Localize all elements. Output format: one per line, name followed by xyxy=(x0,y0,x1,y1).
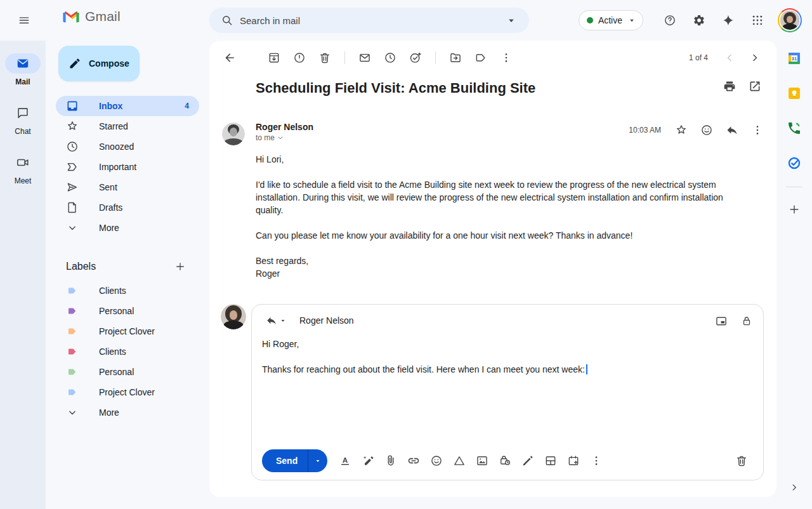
insert-photo-button[interactable] xyxy=(471,449,494,472)
sidebar-item-snoozed[interactable]: Snoozed xyxy=(56,136,199,157)
labels-more[interactable]: More xyxy=(56,402,199,423)
sidebar-item-drafts[interactable]: Drafts xyxy=(56,197,199,218)
send-label[interactable]: Send xyxy=(262,449,308,472)
search-button[interactable] xyxy=(214,8,240,33)
calendar-panel-button[interactable]: 31 xyxy=(782,46,807,71)
archive-button[interactable] xyxy=(261,48,287,68)
popout-reply-button[interactable] xyxy=(711,311,731,331)
pagination-label: 1 of 4 xyxy=(689,53,708,62)
link-icon xyxy=(407,454,420,467)
account-avatar[interactable] xyxy=(778,8,802,32)
sidebar-item-starred[interactable]: Starred xyxy=(56,116,199,136)
message-more-button[interactable] xyxy=(745,120,770,140)
label-tag-icon xyxy=(67,326,78,337)
status-selector[interactable]: Active xyxy=(579,10,643,30)
sidebar-item-inbox[interactable]: Inbox 4 xyxy=(56,96,199,116)
print-button[interactable] xyxy=(717,76,742,96)
meet-rail-pill[interactable] xyxy=(5,152,41,173)
search-input[interactable] xyxy=(240,15,499,26)
open-in-new-button[interactable] xyxy=(742,76,768,96)
star-button[interactable] xyxy=(669,120,694,140)
reply-composer[interactable]: Roger Nelson Hi Roger, Thanks for reachi… xyxy=(251,304,764,480)
tasks-panel-button[interactable] xyxy=(782,150,807,176)
emoji-reaction-button[interactable] xyxy=(694,120,719,140)
label-item[interactable]: Project Clover xyxy=(56,382,199,402)
image-icon xyxy=(476,454,488,467)
rail-item-meet[interactable]: Meet xyxy=(5,152,41,185)
avatar xyxy=(222,122,245,145)
confidential-lock-button[interactable] xyxy=(737,311,757,331)
main-menu-button[interactable] xyxy=(9,5,39,36)
report-spam-button[interactable] xyxy=(287,48,312,68)
discard-draft-button[interactable] xyxy=(730,449,753,472)
send-options-button[interactable] xyxy=(308,449,327,472)
drive-triangle-icon xyxy=(453,454,466,467)
trash-icon xyxy=(318,51,331,64)
label-item[interactable]: Clients xyxy=(56,281,199,301)
reply-text-area[interactable]: Hi Roger, Thanks for reaching out about … xyxy=(262,338,753,376)
search-bar[interactable] xyxy=(209,8,529,33)
composer-more-button[interactable] xyxy=(585,449,608,472)
label-tag-icon xyxy=(67,346,78,357)
chat-icon xyxy=(16,106,30,120)
clock-icon xyxy=(66,140,79,153)
keep-panel-button[interactable] xyxy=(782,81,807,106)
sender-avatar[interactable] xyxy=(222,122,245,145)
mail-rail-pill[interactable] xyxy=(5,53,41,74)
formatting-options-button[interactable]: A xyxy=(334,449,357,472)
insert-signature-button[interactable] xyxy=(516,449,539,472)
mark-unread-button[interactable] xyxy=(352,48,377,68)
move-to-button[interactable] xyxy=(443,48,468,68)
get-addons-button[interactable] xyxy=(782,197,807,222)
compose-button[interactable]: Compose xyxy=(58,46,140,81)
more-options-button[interactable] xyxy=(494,48,519,68)
label-item[interactable]: Clients xyxy=(56,341,199,362)
text-format-icon: A xyxy=(339,454,351,467)
label-tag-icon xyxy=(67,366,78,378)
reply-button[interactable] xyxy=(719,120,745,140)
label-name: Clients xyxy=(99,286,189,296)
draft-file-icon xyxy=(66,201,79,214)
rail-label-chat: Chat xyxy=(15,127,30,136)
attach-file-button[interactable] xyxy=(379,449,402,472)
gemini-button[interactable] xyxy=(716,8,741,33)
send-button[interactable]: Send xyxy=(262,449,327,472)
rail-item-mail[interactable]: Mail xyxy=(5,53,41,86)
label-name: More xyxy=(99,407,189,418)
label-item[interactable]: Personal xyxy=(56,301,199,321)
google-apps-button[interactable] xyxy=(745,8,770,33)
insert-link-button[interactable] xyxy=(402,449,425,472)
plus-icon xyxy=(174,261,186,272)
sidebar-item-more[interactable]: More xyxy=(56,218,199,238)
add-to-tasks-button[interactable] xyxy=(403,48,428,68)
search-options-button[interactable] xyxy=(499,8,524,33)
create-label-button[interactable] xyxy=(170,256,190,277)
voice-panel-button[interactable] xyxy=(782,116,807,141)
sidebar-item-important[interactable]: Important xyxy=(56,157,199,177)
newer-button[interactable] xyxy=(717,48,742,68)
avatar xyxy=(221,304,246,329)
collapse-panel-button[interactable] xyxy=(782,475,807,500)
help-button[interactable] xyxy=(657,8,683,33)
reply-type-selector[interactable] xyxy=(261,311,292,330)
chat-rail-pill[interactable] xyxy=(5,103,41,123)
settings-button[interactable] xyxy=(686,8,712,33)
confidential-mode-button[interactable] xyxy=(494,449,516,472)
label-tag-icon xyxy=(67,305,78,317)
older-button[interactable] xyxy=(742,48,768,68)
label-item[interactable]: Personal xyxy=(56,362,199,382)
back-button[interactable] xyxy=(217,48,242,68)
layouts-button[interactable] xyxy=(539,449,562,472)
set-up-time-button[interactable] xyxy=(562,449,585,472)
snooze-button[interactable] xyxy=(377,48,403,68)
insert-from-drive-button[interactable] xyxy=(448,449,471,472)
insert-emoji-button[interactable] xyxy=(425,449,448,472)
help-me-write-button[interactable] xyxy=(357,449,379,472)
sidebar-item-sent[interactable]: Sent xyxy=(56,177,199,197)
recipient-details-toggle[interactable]: to me xyxy=(256,133,313,142)
labels-button[interactable] xyxy=(468,48,494,68)
rail-item-chat[interactable]: Chat xyxy=(5,103,41,136)
delete-button[interactable] xyxy=(312,48,337,68)
label-item[interactable]: Project Clover xyxy=(56,321,199,341)
gmail-logo[interactable]: Gmail xyxy=(62,9,121,24)
